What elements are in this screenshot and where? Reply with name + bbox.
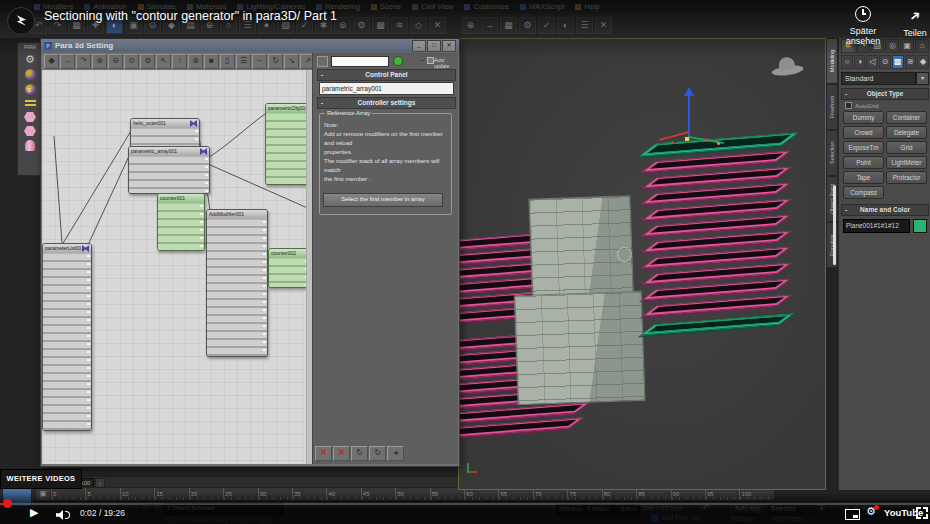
dialog-bottom-icon[interactable]: ◂ — [387, 446, 404, 461]
toolbar-icon[interactable]: ✕ — [595, 17, 612, 34]
node[interactable]: counter001 — [157, 193, 205, 251]
controller-settings-rollout[interactable]: -Controller settings — [317, 97, 456, 109]
category-icon[interactable]: ○ — [841, 55, 853, 69]
toolbar-icon[interactable]: ≋ — [391, 17, 408, 34]
category-icon[interactable]: ▩ — [892, 55, 904, 69]
toolbar-icon[interactable]: ⚙ — [519, 17, 536, 34]
panel-scrollbar[interactable] — [833, 185, 836, 265]
watch-later-button[interactable]: Später ansehen — [832, 6, 894, 46]
command-panel-tab[interactable]: ▣ — [900, 39, 914, 53]
hexagon-icon[interactable] — [24, 112, 36, 122]
dialog-toolbar-icon[interactable]: ↷ — [76, 54, 91, 69]
object-type-button[interactable]: ExposeTm — [843, 141, 884, 154]
autogrid-checkbox[interactable] — [845, 102, 852, 109]
control-panel-rollout[interactable]: -Control Panel — [317, 69, 456, 81]
object-type-button[interactable]: Dummy — [843, 111, 884, 124]
toolbar-icon[interactable]: → — [481, 17, 498, 34]
object-type-button[interactable]: Delegate — [886, 126, 927, 139]
array-name-field[interactable]: parametric_array001 — [319, 82, 454, 95]
dialog-toolbar-icon[interactable]: ⊚ — [140, 54, 155, 69]
para3d-dialog[interactable]: P Para 3d Setting _□✕ ◆→↷⊕⊖⊙⊚↖↑⊗■▯☰−↻↘↗▾… — [40, 38, 460, 467]
window-button[interactable]: ✕ — [442, 40, 456, 52]
ribbon-tab[interactable]: Populate — [826, 222, 838, 268]
node[interactable]: helix_outer001 — [130, 118, 200, 148]
object-type-button[interactable]: Tape — [843, 171, 884, 184]
video-title[interactable]: Sectioning with "contour generator" in p… — [44, 9, 337, 23]
object-type-button[interactable]: Protractor — [886, 171, 927, 184]
toolbar-icon[interactable]: ▩ — [372, 17, 389, 34]
swap-button[interactable] — [317, 56, 328, 67]
node[interactable]: AddModifier001 — [206, 209, 268, 357]
node-canvas[interactable]: helix_outer001 parametric_array001 param… — [42, 70, 312, 464]
object-type-button[interactable]: Grid — [886, 141, 927, 154]
category-icon[interactable]: ≋ — [905, 55, 917, 69]
settings-gear-icon[interactable]: ⚙ — [866, 505, 876, 518]
play-button[interactable]: ▶ — [30, 506, 38, 519]
toolbar-icon[interactable]: ▦ — [500, 17, 517, 34]
object-type-button[interactable]: Compass — [843, 186, 884, 199]
dialog-toolbar-icon[interactable]: ▯ — [220, 54, 235, 69]
ribbon-tab[interactable]: Freeform — [826, 84, 838, 130]
progress-handle[interactable] — [3, 499, 12, 508]
object-type-button[interactable]: Container — [886, 111, 927, 124]
node[interactable]: parameterList001 — [42, 243, 92, 431]
dialog-toolbar-icon[interactable]: ◆ — [44, 54, 59, 69]
dialog-toolbar-icon[interactable]: ⊗ — [188, 54, 203, 69]
window-button[interactable]: _ — [412, 40, 426, 52]
gizmo-z-axis[interactable] — [688, 95, 690, 141]
category-icon[interactable]: ⊙ — [879, 55, 891, 69]
more-videos-tooltip[interactable]: WEITERE VIDEOS — [0, 469, 82, 489]
hat-object[interactable] — [770, 53, 807, 80]
node[interactable]: parametric_array001 — [128, 146, 210, 194]
ribbon-tab[interactable]: Selection — [826, 130, 838, 176]
menu-item[interactable]: Customize — [464, 2, 508, 11]
category-icon[interactable]: ◁ — [866, 55, 878, 69]
menu-item[interactable]: MAXScript — [520, 2, 564, 11]
toolbar-icon[interactable]: ☰ — [576, 17, 593, 34]
dialog-bottom-icon[interactable]: ✕ — [315, 446, 332, 461]
building-model[interactable] — [510, 195, 647, 405]
object-name-field[interactable]: Plane001#1#1#12 — [843, 219, 910, 233]
category-icon[interactable]: ◆ — [917, 55, 929, 69]
dialog-toolbar-icon[interactable]: ↑ — [172, 54, 187, 69]
object-type-button[interactable]: LightMeter — [886, 156, 927, 169]
node[interactable]: counter002 — [268, 248, 310, 288]
object-category-dropdown[interactable]: Standard ▾ — [841, 72, 929, 85]
auto-update-checkbox[interactable] — [427, 57, 434, 64]
object-type-rollout[interactable]: -Object Type — [841, 88, 929, 100]
chevron-down-icon[interactable]: ▾ — [916, 72, 929, 85]
miniplayer-icon[interactable] — [845, 509, 860, 520]
rotate-gizmo[interactable] — [617, 247, 632, 262]
toolbar-icon[interactable]: ⚙ — [353, 17, 370, 34]
toolbar-icon[interactable]: ✓ — [538, 17, 555, 34]
toolbar-icon[interactable]: ◇ — [410, 17, 427, 34]
hexagon-icon[interactable] — [24, 126, 36, 136]
menu-item[interactable]: Help — [575, 2, 599, 11]
dialog-toolbar-icon[interactable]: ↖ — [156, 54, 171, 69]
dialog-bottom-icon[interactable]: ↻ — [351, 446, 368, 461]
toolbar-icon[interactable]: ◐ — [557, 17, 574, 34]
black-arrow-icon[interactable]: → — [417, 55, 425, 64]
dialog-toolbar-icon[interactable]: ■ — [204, 54, 219, 69]
dialog-toolbar-icon[interactable]: ↻ — [268, 54, 283, 69]
dialog-toolbar-icon[interactable]: − — [252, 54, 267, 69]
toolbar-icon[interactable]: ⊕ — [462, 17, 479, 34]
dialog-toolbar-icon[interactable]: → — [60, 54, 75, 69]
dialog-toolbar-icon[interactable]: ⊙ — [124, 54, 139, 69]
ribbon-tab[interactable]: Object Paint — [826, 176, 838, 222]
window-button[interactable]: □ — [427, 40, 441, 52]
layers-icon[interactable] — [25, 100, 36, 108]
floor-slab[interactable] — [458, 417, 584, 441]
dialog-toolbar-icon[interactable]: ⊖ — [108, 54, 123, 69]
red-arrow-icon[interactable]: → — [405, 55, 413, 64]
select-first-member-button[interactable]: Select the first member in array — [323, 193, 443, 207]
sphere-icon[interactable] — [25, 69, 36, 80]
toolbar-icon[interactable]: ✕ — [429, 17, 446, 34]
dialog-bottom-icon[interactable]: ↻ — [369, 446, 386, 461]
object-type-button[interactable]: Point — [843, 156, 884, 169]
sphere-s-icon[interactable]: S — [25, 84, 36, 95]
dialog-toolbar-icon[interactable]: ↘ — [284, 54, 299, 69]
dialog-toolbar-icon[interactable]: ⊕ — [92, 54, 107, 69]
dialog-bottom-icon[interactable]: ✕ — [333, 446, 350, 461]
channel-avatar[interactable] — [7, 7, 35, 35]
